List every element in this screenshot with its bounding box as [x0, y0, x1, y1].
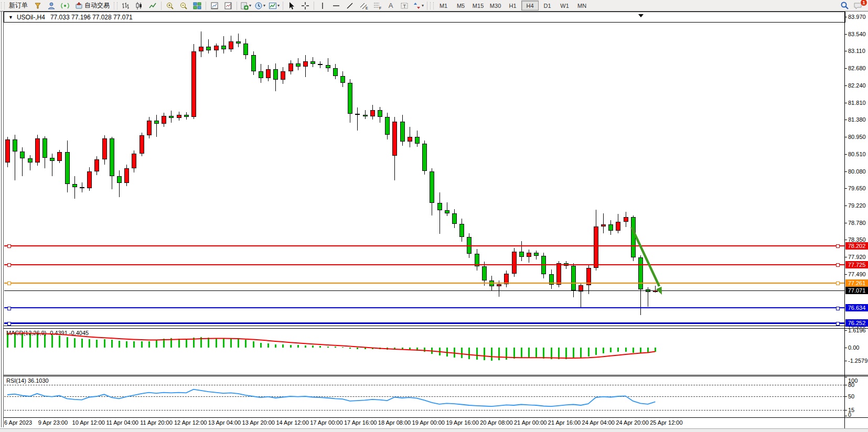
pane-divider[interactable] — [4, 328, 868, 329]
macd-histogram-bar — [647, 348, 649, 353]
toolbar-grip[interactable] — [430, 2, 434, 9]
macd-histogram-bar — [342, 347, 344, 348]
new-chart-button[interactable]: ▾ — [239, 1, 253, 11]
arrange-charts-button[interactable] — [208, 1, 221, 11]
candlestick — [35, 138, 40, 162]
line-handle[interactable] — [836, 307, 840, 310]
pane-divider[interactable] — [4, 375, 868, 375]
text-tool[interactable]: A — [384, 1, 398, 11]
time-axis-label: 9 Apr 23:00 — [38, 419, 68, 426]
notifications-button[interactable]: 1 — [851, 1, 865, 11]
timeframe-button-d1[interactable]: D1 — [539, 1, 556, 10]
time-axis-label: 21 Apr 00:00 — [514, 419, 546, 426]
timeframe-button-m15[interactable]: M15 — [469, 1, 487, 10]
crosshair-button[interactable] — [298, 1, 312, 11]
line-handle[interactable] — [7, 282, 11, 285]
timeframe-button-m5[interactable]: M5 — [452, 1, 469, 10]
macd-histogram-bar — [424, 348, 425, 352]
timeframe-button-h1[interactable]: H1 — [504, 1, 521, 10]
fibonacci-tool[interactable]: F — [370, 1, 384, 11]
tile-windows-button[interactable] — [190, 1, 204, 11]
zoom-out-button[interactable] — [177, 1, 190, 11]
chevron-down-icon: ▾ — [263, 3, 265, 8]
pane-divider[interactable] — [4, 326, 868, 326]
line-handle[interactable] — [7, 263, 11, 267]
macd-tick — [844, 361, 847, 361]
candlestick — [571, 266, 576, 290]
timeframe-button-m1[interactable]: M1 — [435, 1, 452, 10]
shapes-tool[interactable]: ▾ — [411, 1, 425, 11]
time-axis-label: 24 Apr 20:00 — [616, 419, 648, 426]
signals-button[interactable] — [58, 1, 72, 11]
candlestick — [5, 139, 10, 163]
pane-divider[interactable] — [4, 376, 868, 376]
macd-histogram-bar — [588, 348, 590, 357]
pane-divider[interactable] — [4, 417, 868, 418]
candlestick — [631, 217, 636, 257]
indicator-windows-button[interactable] — [221, 1, 235, 11]
line-chart-button[interactable] — [146, 1, 159, 11]
timeframe-button-h4[interactable]: H4 — [521, 1, 539, 10]
price-line-badge: 78.202 — [845, 242, 868, 250]
macd-histogram-bar — [44, 334, 46, 348]
macd-histogram-bar — [81, 339, 83, 347]
text-label-tool[interactable]: T — [398, 1, 411, 11]
line-handle[interactable] — [7, 307, 11, 310]
profile-button[interactable] — [31, 1, 45, 11]
horizontal-line-tool[interactable] — [329, 1, 343, 11]
time-axis-label: 13 Apr 20:00 — [242, 419, 275, 426]
rsi-tick — [844, 410, 847, 411]
new-order-button[interactable]: 新订单 — [6, 1, 31, 11]
line-handle[interactable] — [836, 244, 840, 248]
line-handle[interactable] — [836, 282, 840, 285]
horizontal-line-object[interactable] — [4, 322, 844, 324]
macd-histogram-bar — [275, 344, 276, 348]
horizontal-line-object[interactable] — [4, 245, 844, 246]
line-handle[interactable] — [7, 322, 11, 326]
candlestick — [601, 224, 606, 226]
status-strip — [0, 428, 868, 432]
fibonacci-icon: F — [373, 2, 382, 10]
price-tick — [844, 85, 847, 86]
macd-histogram-bar — [409, 348, 411, 350]
price-line-badge: 77.261 — [845, 279, 868, 287]
macd-histogram-bar — [468, 348, 470, 360]
horizontal-line-object[interactable] — [4, 283, 844, 284]
toolbar-grip[interactable] — [114, 2, 117, 9]
time-axis-label: 13 Apr 04:00 — [208, 419, 241, 426]
auto-trading-button[interactable]: 自动交易 — [72, 1, 113, 11]
horizontal-line-object[interactable] — [4, 307, 844, 308]
zoom-in-button[interactable] — [163, 1, 177, 11]
trendline-tool[interactable] — [343, 1, 357, 11]
timeframe-button-w1[interactable]: W1 — [556, 1, 573, 10]
cursor-button[interactable] — [285, 1, 298, 11]
periods-button[interactable]: ▾ — [253, 1, 267, 11]
vertical-line-tool[interactable] — [316, 1, 329, 11]
macd-histogram-bar — [193, 338, 195, 347]
macd-histogram-bar — [305, 345, 306, 348]
horizontal-line-object[interactable] — [4, 264, 844, 265]
candlestick — [110, 138, 114, 176]
toolbar-grip[interactable] — [1, 2, 5, 9]
bar-chart-button[interactable] — [119, 1, 132, 11]
price-tick — [844, 120, 847, 120]
line-handle[interactable] — [7, 244, 11, 248]
rsi-tick-label: 0 — [848, 412, 851, 418]
equidistant-channel-tool[interactable]: E — [357, 1, 370, 11]
timeframe-button-m30[interactable]: M30 — [487, 1, 504, 10]
search-button[interactable] — [838, 1, 851, 11]
line-handle[interactable] — [836, 322, 840, 326]
templates-button[interactable]: ▾ — [267, 1, 281, 11]
accounts-button[interactable] — [45, 1, 58, 11]
candle-wick — [201, 31, 201, 57]
chart-shift-marker-icon[interactable] — [638, 14, 644, 17]
candlestick — [20, 152, 25, 159]
candlestick-button[interactable] — [132, 1, 146, 11]
macd-histogram-bar — [610, 348, 612, 353]
timeframe-button-mn[interactable]: MN — [573, 1, 591, 10]
time-axis-label: 10 Apr 12:00 — [72, 419, 105, 426]
rsi-tick — [844, 396, 847, 397]
price-tick — [844, 68, 847, 69]
macd-histogram-bar — [521, 348, 522, 359]
line-handle[interactable] — [836, 263, 840, 267]
